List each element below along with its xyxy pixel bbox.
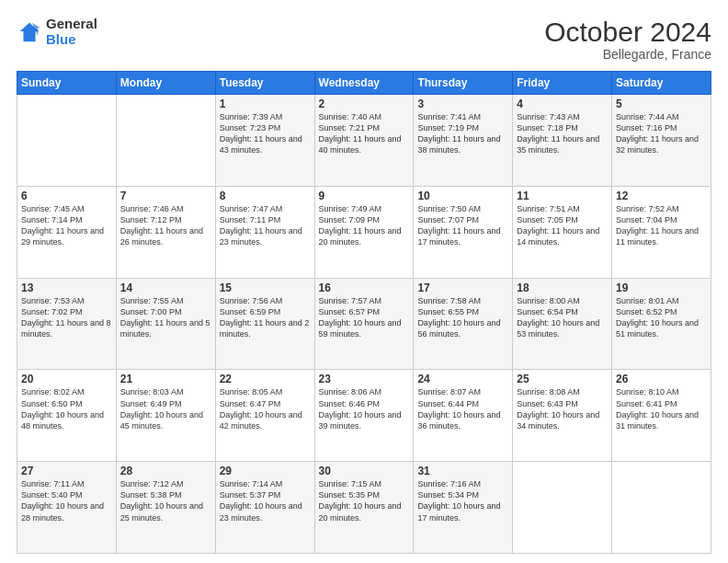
weekday-header-wednesday: Wednesday [314,72,414,95]
calendar-cell: 11Sunrise: 7:51 AMSunset: 7:05 PMDayligh… [513,186,612,278]
day-number: 29 [220,465,311,477]
calendar-header: SundayMondayTuesdayWednesdayThursdayFrid… [17,72,711,95]
calendar-cell: 3Sunrise: 7:41 AMSunset: 7:19 PMDaylight… [414,95,513,187]
day-number: 2 [319,98,410,110]
logo: General Blue [17,17,97,47]
header: General Blue October 2024 Bellegarde, Fr… [17,17,711,62]
day-number: 23 [319,373,410,385]
cell-content: Sunrise: 8:07 AMSunset: 6:44 PMDaylight:… [417,386,508,431]
cell-content: Sunrise: 7:41 AMSunset: 7:19 PMDaylight:… [417,111,508,156]
cell-content: Sunrise: 7:53 AMSunset: 7:02 PMDaylight:… [21,295,112,340]
day-number: 9 [319,190,410,202]
calendar-cell [116,95,215,187]
weekday-header-saturday: Saturday [612,72,711,95]
day-number: 21 [120,373,211,385]
cell-content: Sunrise: 8:10 AMSunset: 6:41 PMDaylight:… [616,386,707,431]
weekday-header-tuesday: Tuesday [215,72,314,95]
day-number: 10 [417,190,508,202]
day-number: 15 [220,282,311,294]
calendar-cell [513,462,612,554]
cell-content: Sunrise: 7:45 AMSunset: 7:14 PMDaylight:… [21,203,112,248]
logo-blue-text: Blue [46,32,97,48]
cell-content: Sunrise: 8:03 AMSunset: 6:49 PMDaylight:… [120,386,211,431]
day-number: 8 [220,190,311,202]
week-row-1: 1Sunrise: 7:39 AMSunset: 7:23 PMDaylight… [17,95,711,187]
cell-content: Sunrise: 8:01 AMSunset: 6:52 PMDaylight:… [616,295,707,340]
calendar-table: SundayMondayTuesdayWednesdayThursdayFrid… [17,71,711,554]
calendar-cell: 15Sunrise: 7:56 AMSunset: 6:59 PMDayligh… [215,278,314,370]
calendar-cell: 22Sunrise: 8:05 AMSunset: 6:47 PMDayligh… [215,370,314,462]
day-number: 1 [220,98,311,110]
day-number: 18 [517,282,608,294]
calendar-cell: 28Sunrise: 7:12 AMSunset: 5:38 PMDayligh… [116,462,215,554]
weekday-header-row: SundayMondayTuesdayWednesdayThursdayFrid… [17,72,711,95]
day-number: 30 [319,465,410,477]
calendar-cell: 27Sunrise: 7:11 AMSunset: 5:40 PMDayligh… [17,462,117,554]
cell-content: Sunrise: 7:49 AMSunset: 7:09 PMDaylight:… [319,203,410,248]
calendar-cell: 26Sunrise: 8:10 AMSunset: 6:41 PMDayligh… [612,370,711,462]
cell-content: Sunrise: 7:40 AMSunset: 7:21 PMDaylight:… [319,111,410,156]
cell-content: Sunrise: 7:11 AMSunset: 5:40 PMDaylight:… [21,478,112,523]
calendar-cell: 6Sunrise: 7:45 AMSunset: 7:14 PMDaylight… [17,186,117,278]
calendar-cell: 9Sunrise: 7:49 AMSunset: 7:09 PMDaylight… [314,186,414,278]
day-number: 14 [120,282,211,294]
day-number: 19 [616,282,707,294]
calendar-cell [17,95,117,187]
calendar-cell: 23Sunrise: 8:06 AMSunset: 6:46 PMDayligh… [314,370,414,462]
day-number: 12 [616,190,707,202]
logo-text: General Blue [46,17,97,47]
location: Bellegarde, France [544,47,711,62]
cell-content: Sunrise: 7:56 AMSunset: 6:59 PMDaylight:… [220,295,311,340]
calendar-cell: 25Sunrise: 8:08 AMSunset: 6:43 PMDayligh… [513,370,612,462]
calendar-cell: 10Sunrise: 7:50 AMSunset: 7:07 PMDayligh… [414,186,513,278]
cell-content: Sunrise: 7:50 AMSunset: 7:07 PMDaylight:… [417,203,508,248]
day-number: 24 [417,373,508,385]
cell-content: Sunrise: 7:44 AMSunset: 7:16 PMDaylight:… [616,111,707,156]
week-row-3: 13Sunrise: 7:53 AMSunset: 7:02 PMDayligh… [17,278,711,370]
calendar-cell: 18Sunrise: 8:00 AMSunset: 6:54 PMDayligh… [513,278,612,370]
calendar-cell: 19Sunrise: 8:01 AMSunset: 6:52 PMDayligh… [612,278,711,370]
cell-content: Sunrise: 8:00 AMSunset: 6:54 PMDaylight:… [517,295,608,340]
day-number: 11 [517,190,608,202]
cell-content: Sunrise: 7:43 AMSunset: 7:18 PMDaylight:… [517,111,608,156]
cell-content: Sunrise: 7:12 AMSunset: 5:38 PMDaylight:… [120,478,211,523]
calendar-cell: 2Sunrise: 7:40 AMSunset: 7:21 PMDaylight… [314,95,414,187]
day-number: 20 [21,373,112,385]
day-number: 22 [220,373,311,385]
calendar-cell: 14Sunrise: 7:55 AMSunset: 7:00 PMDayligh… [116,278,215,370]
logo-general-text: General [46,17,97,32]
day-number: 16 [319,282,410,294]
cell-content: Sunrise: 7:58 AMSunset: 6:55 PMDaylight:… [417,295,508,340]
cell-content: Sunrise: 7:51 AMSunset: 7:05 PMDaylight:… [517,203,608,248]
cell-content: Sunrise: 7:52 AMSunset: 7:04 PMDaylight:… [616,203,707,248]
cell-content: Sunrise: 8:08 AMSunset: 6:43 PMDaylight:… [517,386,608,431]
cell-content: Sunrise: 7:15 AMSunset: 5:35 PMDaylight:… [319,478,410,523]
day-number: 3 [417,98,508,110]
week-row-2: 6Sunrise: 7:45 AMSunset: 7:14 PMDaylight… [17,186,711,278]
calendar-cell: 5Sunrise: 7:44 AMSunset: 7:16 PMDaylight… [612,95,711,187]
calendar-cell: 12Sunrise: 7:52 AMSunset: 7:04 PMDayligh… [612,186,711,278]
calendar-cell: 7Sunrise: 7:46 AMSunset: 7:12 PMDaylight… [116,186,215,278]
cell-content: Sunrise: 8:06 AMSunset: 6:46 PMDaylight:… [319,386,410,431]
cell-content: Sunrise: 7:16 AMSunset: 5:34 PMDaylight:… [417,478,508,523]
calendar-cell: 13Sunrise: 7:53 AMSunset: 7:02 PMDayligh… [17,278,117,370]
calendar-cell [612,462,711,554]
cell-content: Sunrise: 7:46 AMSunset: 7:12 PMDaylight:… [120,203,211,248]
calendar-cell: 1Sunrise: 7:39 AMSunset: 7:23 PMDaylight… [215,95,314,187]
day-number: 25 [517,373,608,385]
day-number: 26 [616,373,707,385]
weekday-header-monday: Monday [116,72,215,95]
day-number: 13 [21,282,112,294]
week-row-4: 20Sunrise: 8:02 AMSunset: 6:50 PMDayligh… [17,370,711,462]
weekday-header-thursday: Thursday [414,72,513,95]
cell-content: Sunrise: 7:39 AMSunset: 7:23 PMDaylight:… [220,111,311,156]
title-block: October 2024 Bellegarde, France [544,17,711,62]
cell-content: Sunrise: 7:55 AMSunset: 7:00 PMDaylight:… [120,295,211,340]
day-number: 28 [120,465,211,477]
calendar-cell: 30Sunrise: 7:15 AMSunset: 5:35 PMDayligh… [314,462,414,554]
cell-content: Sunrise: 7:57 AMSunset: 6:57 PMDaylight:… [319,295,410,340]
calendar-cell: 31Sunrise: 7:16 AMSunset: 5:34 PMDayligh… [414,462,513,554]
weekday-header-sunday: Sunday [17,72,117,95]
weekday-header-friday: Friday [513,72,612,95]
day-number: 31 [417,465,508,477]
